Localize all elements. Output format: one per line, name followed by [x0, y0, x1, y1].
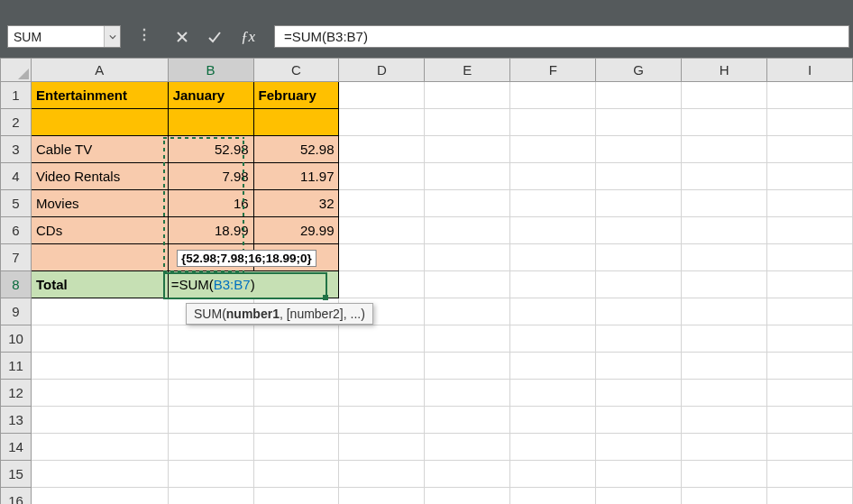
cell-E12[interactable] [425, 380, 510, 407]
cell-H1[interactable] [682, 82, 767, 109]
cell-G1[interactable] [596, 82, 682, 109]
row-header-2[interactable]: 2 [1, 109, 32, 136]
cell-G7[interactable] [596, 244, 682, 271]
cell-D16[interactable] [339, 488, 425, 505]
cell-C3[interactable]: 52.98 [253, 136, 339, 163]
cell-B14[interactable] [168, 434, 253, 461]
cell-G9[interactable] [596, 298, 682, 325]
row-header-12[interactable]: 12 [1, 380, 32, 407]
cell-F10[interactable] [510, 325, 596, 353]
cell-C15[interactable] [253, 461, 339, 488]
row-header-16[interactable]: 16 [1, 488, 32, 505]
col-header-C[interactable]: C [253, 59, 339, 82]
cell-I1[interactable] [767, 82, 853, 109]
select-all-corner[interactable] [1, 59, 32, 82]
cell-B4[interactable]: 7.98 [168, 163, 253, 190]
cell-H11[interactable] [682, 353, 767, 380]
cell-A7[interactable] [32, 244, 169, 271]
cell-D4[interactable] [339, 163, 425, 190]
cell-A4[interactable]: Video Rentals [32, 163, 169, 190]
cell-D15[interactable] [339, 461, 425, 488]
cell-I11[interactable] [767, 353, 853, 380]
cell-G13[interactable] [596, 407, 682, 434]
cell-F7[interactable] [510, 244, 596, 271]
cell-D13[interactable] [339, 407, 425, 434]
col-header-D[interactable]: D [339, 59, 425, 82]
cell-C5[interactable]: 32 [253, 190, 339, 217]
cell-H4[interactable] [682, 163, 767, 190]
cell-I14[interactable] [767, 434, 853, 461]
cell-G5[interactable] [596, 190, 682, 217]
cancel-button[interactable] [166, 25, 198, 48]
cell-E4[interactable] [425, 163, 510, 190]
cell-F1[interactable] [510, 82, 596, 109]
cell-F9[interactable] [510, 298, 596, 325]
col-header-A[interactable]: A [32, 59, 169, 82]
cell-I8[interactable] [767, 271, 853, 298]
col-header-B[interactable]: B [168, 59, 253, 82]
cell-A1[interactable]: Entertainment [32, 82, 169, 109]
row-header-3[interactable]: 3 [1, 136, 32, 163]
row-header-10[interactable]: 10 [1, 325, 32, 353]
col-header-E[interactable]: E [425, 59, 510, 82]
cell-G2[interactable] [596, 109, 682, 136]
cell-H7[interactable] [682, 244, 767, 271]
function-signature-tooltip[interactable]: SUM(number1, [number2], ...) [186, 303, 373, 325]
cell-F5[interactable] [510, 190, 596, 217]
insert-function-button[interactable]: ƒx [231, 25, 265, 48]
row-header-9[interactable]: 9 [1, 298, 32, 325]
cell-A5[interactable]: Movies [32, 190, 169, 217]
cell-B1[interactable]: January [168, 82, 253, 109]
cell-C14[interactable] [253, 434, 339, 461]
cell-A16[interactable] [32, 488, 169, 505]
cell-I5[interactable] [767, 190, 853, 217]
cell-F13[interactable] [510, 407, 596, 434]
cell-F8[interactable] [510, 271, 596, 298]
cell-D6[interactable] [339, 217, 425, 244]
cell-A14[interactable] [32, 434, 169, 461]
cell-E11[interactable] [425, 353, 510, 380]
cell-F3[interactable] [510, 136, 596, 163]
cell-G3[interactable] [596, 136, 682, 163]
cell-F12[interactable] [510, 380, 596, 407]
row-header-1[interactable]: 1 [1, 82, 32, 109]
cell-E10[interactable] [425, 325, 510, 353]
cell-C4[interactable]: 11.97 [253, 163, 339, 190]
cell-D1[interactable] [339, 82, 425, 109]
cell-G14[interactable] [596, 434, 682, 461]
name-box-dropdown[interactable] [104, 26, 120, 47]
name-box[interactable]: SUM [7, 25, 121, 48]
cell-D3[interactable] [339, 136, 425, 163]
col-header-F[interactable]: F [510, 59, 596, 82]
cell-D11[interactable] [339, 353, 425, 380]
cell-C12[interactable] [253, 380, 339, 407]
cell-H5[interactable] [682, 190, 767, 217]
cell-G15[interactable] [596, 461, 682, 488]
row-header-4[interactable]: 4 [1, 163, 32, 190]
cell-I2[interactable] [767, 109, 853, 136]
cell-G10[interactable] [596, 325, 682, 353]
cell-B2[interactable] [168, 109, 253, 136]
cell-A15[interactable] [32, 461, 169, 488]
cell-B3[interactable]: 52.98 [168, 136, 253, 163]
cell-I10[interactable] [767, 325, 853, 353]
cell-E3[interactable] [425, 136, 510, 163]
cell-E2[interactable] [425, 109, 510, 136]
cell-G4[interactable] [596, 163, 682, 190]
cell-D10[interactable] [339, 325, 425, 353]
col-header-I[interactable]: I [767, 59, 853, 82]
cell-I15[interactable] [767, 461, 853, 488]
enter-button[interactable] [198, 25, 231, 48]
cell-E16[interactable] [425, 488, 510, 505]
cell-I4[interactable] [767, 163, 853, 190]
cell-F14[interactable] [510, 434, 596, 461]
cell-D8[interactable] [339, 271, 425, 298]
cell-C1[interactable]: February [253, 82, 339, 109]
cell-F11[interactable] [510, 353, 596, 380]
row-header-11[interactable]: 11 [1, 353, 32, 380]
row-header-8[interactable]: 8 [1, 271, 32, 298]
cell-A13[interactable] [32, 407, 169, 434]
cell-H3[interactable] [682, 136, 767, 163]
cell-B13[interactable] [168, 407, 253, 434]
cell-H12[interactable] [682, 380, 767, 407]
